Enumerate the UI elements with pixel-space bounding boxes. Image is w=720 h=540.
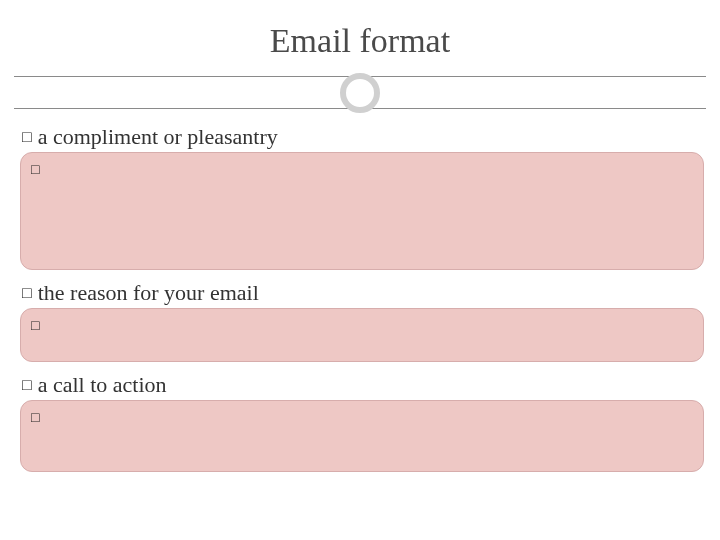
- section-heading-2: □the reason for your email: [22, 280, 704, 306]
- square-bullet-icon: □: [31, 409, 39, 425]
- section-heading-3: □a call to action: [22, 372, 704, 398]
- square-bullet-icon: □: [22, 284, 32, 302]
- section-heading-1: □a compliment or pleasantry: [22, 124, 704, 150]
- slide: Email format □a compliment or pleasantry…: [0, 0, 720, 540]
- section-heading-3-text: a call to action: [38, 372, 167, 397]
- square-bullet-icon: □: [22, 128, 32, 146]
- content-box-3: □: [20, 400, 704, 472]
- square-bullet-icon: □: [31, 161, 39, 177]
- ring-icon: [340, 73, 380, 113]
- content-box-2: □: [20, 308, 704, 362]
- section-heading-2-text: the reason for your email: [38, 280, 259, 305]
- content-box-1: □: [20, 152, 704, 270]
- page-title: Email format: [0, 22, 720, 60]
- section-heading-1-text: a compliment or pleasantry: [38, 124, 278, 149]
- square-bullet-icon: □: [22, 376, 32, 394]
- square-bullet-icon: □: [31, 317, 39, 333]
- content: □a compliment or pleasantry □ □the reaso…: [20, 118, 704, 472]
